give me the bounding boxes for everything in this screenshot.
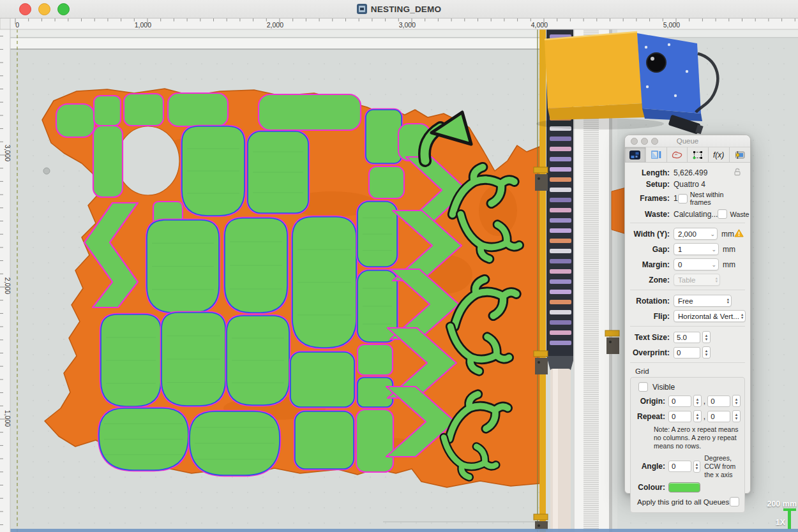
- grid-colour-label: Colour:: [635, 483, 665, 492]
- hide-clamp: [534, 514, 548, 520]
- tab-mirror[interactable]: [646, 147, 667, 162]
- separator: [630, 223, 745, 223]
- tab-nest[interactable]: [625, 147, 646, 162]
- flip-label: Flip:: [630, 312, 670, 321]
- hide-clamp: [534, 351, 548, 357]
- width-combo[interactable]: 2,000⌄: [674, 228, 718, 240]
- rotation-row: Rotation: Free ▴▾: [630, 295, 745, 307]
- grid-angle-stepper[interactable]: ▲▼: [693, 461, 700, 473]
- nested-piece[interactable]: [366, 110, 402, 163]
- comma: ,: [704, 412, 705, 421]
- nested-piece[interactable]: [356, 410, 393, 472]
- tab-selection[interactable]: [688, 147, 709, 162]
- hide-hole: [117, 126, 179, 195]
- nested-piece[interactable]: [94, 96, 121, 126]
- nested-piece[interactable]: [358, 378, 393, 407]
- nested-piece[interactable]: [93, 126, 123, 197]
- grid-origin-y-stepper[interactable]: ▲▼: [732, 395, 741, 407]
- scale-label: 200 mm: [758, 499, 797, 508]
- nested-piece[interactable]: [369, 166, 404, 198]
- waste-checkbox-label: Waste: [730, 211, 749, 218]
- queue-panel[interactable]: Queue: [624, 135, 751, 494]
- hide-clamp: [605, 330, 619, 336]
- document-icon: [357, 4, 367, 14]
- width-unit: mm: [721, 230, 734, 239]
- hide-outline-icon: [671, 150, 683, 160]
- length-label: Length:: [630, 168, 670, 177]
- panel-minimize-button[interactable]: [641, 138, 648, 145]
- setup-label: Setup:: [630, 180, 670, 189]
- nested-piece[interactable]: [358, 344, 393, 375]
- separator: [630, 362, 745, 363]
- margin-combo[interactable]: 0⌄: [674, 258, 719, 270]
- grid-repeat-x-stepper[interactable]: ▲▼: [693, 410, 702, 422]
- text-size-field[interactable]: 5.0: [674, 332, 700, 343]
- grid-section-label: Grid: [635, 367, 745, 375]
- grid-repeat-y-field[interactable]: 0: [707, 411, 730, 422]
- gap-combo[interactable]: 1⌄: [674, 243, 719, 255]
- grid-groupbox: Visible Origin: 0 ▲▼ , 0 ▲▼ Repeat: 0: [630, 377, 745, 513]
- zone-popup: Table ▴▾: [674, 274, 720, 286]
- grid-angle-row: Angle: 0 ▲▼ Degrees, CCW from the x axis: [635, 454, 741, 478]
- grid-repeat-label: Repeat:: [635, 412, 665, 421]
- width-label: Width (Y):: [630, 230, 670, 239]
- function-icon: f(x): [712, 150, 726, 160]
- close-button[interactable]: [19, 3, 31, 15]
- queue-toolbar: f(x): [625, 147, 750, 163]
- nested-piece[interactable]: [168, 93, 228, 126]
- overprint-stepper[interactable]: ▲▼: [702, 346, 711, 358]
- tab-machine[interactable]: [730, 147, 750, 162]
- panel-close-button[interactable]: [631, 138, 638, 145]
- text-size-row: Text Size: 5.0 ▲▼: [630, 331, 745, 343]
- grid-angle-hint: Degrees, CCW from the x axis: [704, 454, 741, 478]
- grid-origin-x-stepper[interactable]: ▲▼: [693, 395, 702, 407]
- svg-text:0: 0: [15, 21, 19, 29]
- nested-piece[interactable]: [290, 352, 354, 407]
- grid-colour-swatch[interactable]: [668, 482, 700, 492]
- grid-origin-row: Origin: 0 ▲▼ , 0 ▲▼: [635, 395, 741, 407]
- frames-label: Frames:: [630, 194, 670, 203]
- waste-checkbox[interactable]: [718, 209, 727, 219]
- svg-text:2,000: 2,000: [4, 277, 11, 294]
- grid-apply-checkbox[interactable]: [730, 497, 739, 506]
- panel-zoom-button[interactable]: [651, 138, 658, 145]
- grid-origin-x-field[interactable]: 0: [668, 395, 691, 407]
- application-window: 01,0002,0003,0004,0005,0003,0002,0001,00…: [0, 0, 798, 532]
- minimize-button[interactable]: [38, 3, 50, 15]
- grid-angle-field[interactable]: 0: [668, 461, 691, 472]
- nested-piece[interactable]: [295, 411, 354, 469]
- flip-popup[interactable]: Horizontal & Vert... ▴▾: [674, 310, 746, 322]
- length-row: Length: 5,626.499: [630, 168, 745, 177]
- zoom-button[interactable]: [57, 3, 70, 15]
- window-titlebar: NESTING_DEMO: [0, 0, 798, 18]
- grid-repeat-y-stepper[interactable]: ▲▼: [732, 410, 741, 422]
- nest-within-frames-checkbox[interactable]: [678, 194, 688, 203]
- nested-piece[interactable]: [124, 94, 163, 126]
- grid-origin-y-field[interactable]: 0: [707, 395, 730, 407]
- hide-clamp: [534, 167, 548, 173]
- nested-piece[interactable]: [259, 94, 361, 130]
- tab-hide-outline[interactable]: [667, 147, 688, 162]
- length-value: 5,626.499: [674, 168, 707, 177]
- svg-text:f(x): f(x): [713, 151, 724, 159]
- grid-repeat-x-field[interactable]: 0: [668, 411, 691, 422]
- lock-icon[interactable]: [734, 168, 741, 178]
- separator: [630, 326, 745, 327]
- grid-note: Note: A zero x repeat means no columns. …: [654, 425, 742, 450]
- tab-function[interactable]: f(x): [709, 147, 730, 162]
- gap-label: Gap:: [630, 245, 670, 254]
- table-rail: [10, 38, 544, 49]
- nested-piece[interactable]: [56, 104, 94, 137]
- overprint-row: Overprint: 0 ▲▼: [630, 346, 745, 358]
- zoom-level-label: 1X: [764, 518, 785, 527]
- grid-visible-label: Visible: [652, 383, 675, 392]
- grid-visible-checkbox[interactable]: [638, 382, 648, 392]
- ruler-corner: [0, 18, 10, 29]
- rotation-popup[interactable]: Free ▴▾: [674, 295, 732, 307]
- mirror-icon: [651, 150, 662, 160]
- traffic-lights: [19, 3, 70, 15]
- overprint-field[interactable]: 0: [674, 347, 700, 358]
- queue-panel-titlebar[interactable]: Queue: [625, 135, 750, 147]
- grid-angle-label: Angle:: [635, 462, 665, 471]
- text-size-stepper[interactable]: ▲▼: [702, 331, 711, 343]
